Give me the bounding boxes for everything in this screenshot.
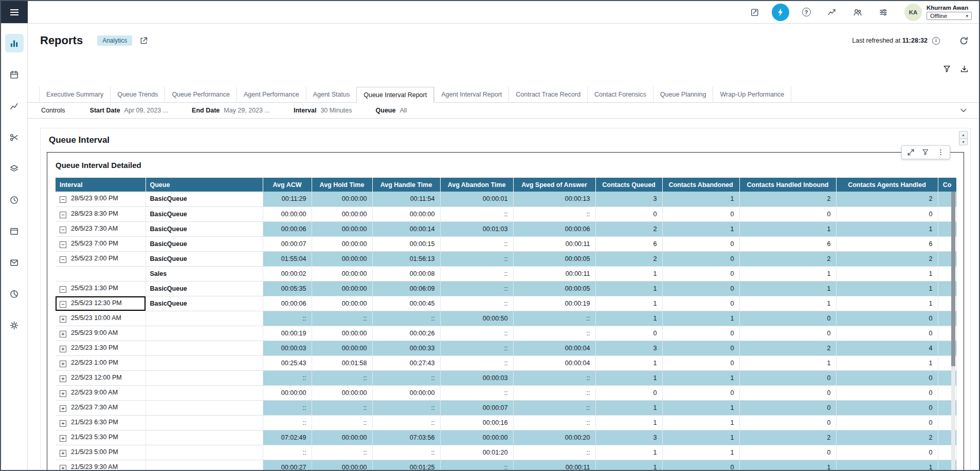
sidebar-item-history[interactable]	[5, 191, 24, 209]
expand-row-icon[interactable]: +	[60, 450, 66, 457]
tab-agent-interval-report[interactable]: Agent Interval Report	[434, 87, 509, 102]
sidebar-item-bar-chart[interactable]	[5, 34, 24, 52]
chevron-down-icon: ▾	[966, 13, 968, 18]
collapse-row-icon[interactable]: −	[60, 241, 66, 248]
status-select[interactable]: Offline ▾	[927, 12, 972, 20]
collapse-row-icon[interactable]: −	[60, 212, 66, 218]
filter-icon[interactable]	[943, 65, 952, 73]
control-end-date[interactable]: End DateMay 29, 2023 ...	[192, 107, 270, 114]
hamburger-menu-button[interactable]	[1, 1, 28, 23]
scroll-up-icon[interactable]: ▲	[959, 131, 967, 138]
collapse-row-icon[interactable]: −	[60, 301, 66, 308]
avatar[interactable]: KA	[904, 4, 922, 21]
expand-row-icon[interactable]: +	[60, 390, 66, 397]
interval-label: 21/5/23 9:30 AM	[71, 463, 118, 470]
value-cell: 3	[595, 341, 662, 355]
controls-collapse-chevron-icon[interactable]	[959, 106, 968, 115]
last-refreshed-time: 11:28:32	[902, 37, 928, 44]
expand-icon[interactable]	[907, 148, 915, 156]
table-row: +25/5/23 9:00 AM00:00:1900:00:0000:00:26…	[56, 326, 956, 341]
control-interval[interactable]: Interval30 Minutes	[294, 107, 352, 114]
expand-row-icon[interactable]: +	[60, 331, 66, 337]
external-link-icon[interactable]	[139, 36, 148, 45]
kebab-menu-icon[interactable]	[937, 148, 945, 156]
value-cell: ::	[263, 311, 312, 326]
users-icon[interactable]	[849, 4, 866, 21]
column-header-avg-speed-of-answer[interactable]: Avg Speed of Answer	[513, 178, 595, 192]
column-header-queue[interactable]: Queue	[146, 178, 263, 192]
tab-queue-performance[interactable]: Queue Performance	[165, 87, 237, 102]
sidebar-item-mail[interactable]	[5, 253, 24, 272]
scroll-down-icon[interactable]: ▼	[959, 138, 967, 145]
column-header-contacts-abandoned[interactable]: Contacts Abandoned	[662, 178, 739, 192]
tab-queue-planning[interactable]: Queue Planning	[653, 87, 713, 102]
table-scrollbar-thumb[interactable]	[951, 192, 955, 366]
value-cell: 1	[836, 281, 938, 296]
expand-row-icon[interactable]: +	[60, 405, 66, 412]
value-cell: 00:00:00	[312, 296, 372, 311]
value-cell: 00:00:03	[263, 341, 312, 355]
sidebar-item-pie-chart[interactable]	[5, 285, 24, 303]
tab-queue-trends[interactable]: Queue Trends	[110, 87, 165, 102]
info-icon[interactable]: i	[932, 37, 940, 45]
tab-contract-trace-record[interactable]: Contract Trace Record	[509, 87, 587, 102]
card-filter-icon[interactable]	[922, 148, 930, 156]
expand-row-icon[interactable]: +	[60, 346, 66, 352]
collapse-row-icon[interactable]: −	[60, 286, 66, 293]
value-cell: 1	[739, 296, 836, 311]
collapse-row-icon[interactable]: −	[60, 227, 66, 233]
value-cell: 00:01:03	[440, 221, 513, 236]
column-header-avg-handle-time[interactable]: Avg Handle Time	[372, 178, 440, 192]
expand-row-icon[interactable]: +	[60, 435, 66, 442]
control-value: Apr 09, 2023 ...	[124, 107, 168, 114]
tab-wrap-up-performance[interactable]: Wrap-Up Performance	[713, 87, 791, 102]
expand-row-icon[interactable]: +	[60, 361, 66, 367]
collapse-row-icon[interactable]: −	[60, 256, 66, 263]
interval-cell: −25/5/23 1:30 PM	[56, 281, 146, 296]
column-header-avg-hold-time[interactable]: Avg Hold Time	[312, 178, 372, 192]
value-cell: 1	[836, 460, 938, 470]
collapse-row-icon[interactable]: −	[60, 196, 66, 203]
control-start-date[interactable]: Start DateApr 09, 2023 ...	[90, 107, 169, 114]
topbar-icons: ?	[746, 4, 892, 21]
interval-cell: +22/5/23 9:00 AM	[56, 385, 146, 400]
tab-agent-performance[interactable]: Agent Performance	[237, 87, 306, 102]
sidebar-item-settings[interactable]	[5, 316, 24, 334]
sidebar-item-calendar[interactable]	[5, 65, 24, 84]
column-header-avg-abandon-time[interactable]: Avg Abandon Time	[440, 178, 513, 192]
column-header-co[interactable]: Co	[938, 178, 956, 192]
value-cell: ::	[513, 445, 595, 460]
table-row: +22/5/23 12:00 PM::::::00:00:03::1100	[56, 370, 956, 385]
expand-row-icon[interactable]: +	[60, 420, 66, 427]
trend-icon[interactable]	[823, 4, 841, 21]
tab-queue-interval-report[interactable]: Queue Interval Report	[356, 87, 434, 103]
bolt-icon[interactable]	[772, 4, 789, 21]
export-icon[interactable]	[960, 65, 969, 73]
value-cell: 00:00:00	[312, 341, 372, 355]
expand-row-icon[interactable]: +	[60, 465, 66, 470]
column-header-contacts-handled-inbound[interactable]: Contacts Handled Inbound	[739, 178, 836, 192]
queue-cell: BasicQueue	[146, 296, 263, 311]
sidebar-item-layers[interactable]	[5, 159, 24, 178]
value-cell: 00:00:26	[372, 326, 440, 341]
refresh-icon[interactable]	[959, 36, 969, 46]
column-header-contacts-agents-handled[interactable]: Contacts Agents Handled	[836, 178, 938, 192]
sliders-icon[interactable]	[875, 4, 892, 21]
control-queue[interactable]: QueueAll	[376, 107, 407, 114]
queue-cell	[146, 355, 263, 370]
value-cell: 00:00:13	[513, 192, 595, 206]
tab-agent-status[interactable]: Agent Status	[306, 87, 357, 102]
tab-contact-forensics[interactable]: Contact Forensics	[587, 87, 653, 102]
column-header-avg-acw[interactable]: Avg ACW	[263, 178, 312, 192]
column-header-contacts-queued[interactable]: Contacts Queued	[595, 178, 662, 192]
sidebar-item-line-chart[interactable]	[5, 97, 24, 115]
sidebar-item-window[interactable]	[5, 222, 24, 240]
help-icon[interactable]: ?	[797, 4, 815, 21]
column-header-interval[interactable]: Interval	[56, 178, 146, 192]
sidebar-item-scissors[interactable]	[5, 128, 24, 146]
control-label: Queue	[376, 107, 396, 114]
notes-icon[interactable]	[746, 4, 764, 21]
tab-executive-summary[interactable]: Executive Summary	[39, 87, 110, 102]
expand-row-icon[interactable]: +	[60, 316, 66, 323]
expand-row-icon[interactable]: +	[60, 375, 66, 382]
